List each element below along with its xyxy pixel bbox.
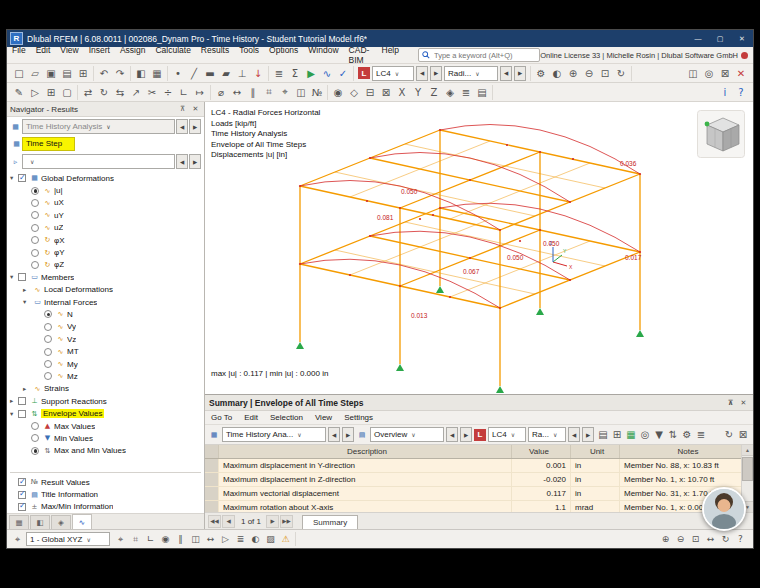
- run-calculation-icon[interactable]: ▶: [303, 66, 319, 81]
- tree-control[interactable]: [31, 211, 39, 219]
- summary-menu-item[interactable]: Selection: [264, 413, 309, 422]
- load-case-next-button[interactable]: ▶: [430, 66, 442, 81]
- last-page-button[interactable]: ▶▶: [280, 515, 293, 528]
- divide-icon[interactable]: ÷: [160, 85, 176, 100]
- layer-manager-icon[interactable]: ≣: [233, 533, 248, 546]
- tree-row[interactable]: ⊥ Support Reactions: [7, 395, 204, 407]
- tree-row[interactable]: ∿ uZ: [7, 222, 204, 234]
- expander-icon[interactable]: [10, 174, 18, 182]
- render-toggle-icon[interactable]: ◐: [248, 533, 263, 546]
- menu-item[interactable]: Insert: [84, 45, 115, 65]
- table-next-button[interactable]: ▶: [342, 427, 354, 442]
- view-select[interactable]: Overview∨: [370, 427, 444, 442]
- expander-icon[interactable]: [23, 385, 31, 393]
- tree-row[interactable]: ∿ N: [7, 308, 204, 320]
- zoom-all-icon[interactable]: ⊡: [597, 66, 613, 81]
- coordinate-system-select[interactable]: 1 - Global XYZ∨: [26, 532, 110, 546]
- tree-row[interactable]: ↻ φY: [7, 246, 204, 258]
- tab-summary[interactable]: Summary: [302, 515, 358, 529]
- tree-row[interactable]: ↻ φZ: [7, 259, 204, 271]
- summary-lc-select[interactable]: LC4∨: [488, 427, 526, 442]
- dimension-toggle-icon[interactable]: ↔: [203, 533, 218, 546]
- isometric-view-icon[interactable]: ◈: [442, 85, 458, 100]
- display-option-row[interactable]: ▤ Title Information: [7, 488, 204, 500]
- views-navigator-tab[interactable]: ◈: [51, 515, 71, 529]
- tree-control[interactable]: [44, 335, 52, 343]
- zoom-in-status-icon[interactable]: ⊕: [658, 533, 673, 546]
- tables-toggle-icon[interactable]: ▦: [149, 66, 165, 81]
- print-icon[interactable]: ▤: [59, 66, 75, 81]
- summary-menu-item[interactable]: Edit: [238, 413, 264, 422]
- summary-menu-item[interactable]: View: [309, 413, 338, 422]
- table-columns-icon[interactable]: ≣: [694, 427, 708, 442]
- tree-row[interactable]: ▼ Min Values: [7, 432, 204, 444]
- option-checkbox[interactable]: [18, 478, 26, 486]
- zoom-out-icon[interactable]: ⊖: [581, 66, 597, 81]
- column-value[interactable]: Value: [512, 445, 571, 458]
- tree-row[interactable]: ▦ Global Deformations: [7, 172, 204, 184]
- new-view-icon[interactable]: ◫: [685, 66, 701, 81]
- graphics-viewport[interactable]: LC4 - Radial Forces HorizontalLoads [kip…: [205, 102, 753, 394]
- rotate-view-icon[interactable]: ↻: [613, 66, 629, 81]
- rotate-icon[interactable]: ↻: [96, 85, 112, 100]
- open-model-icon[interactable]: ▱: [27, 66, 43, 81]
- ortho-toggle-icon[interactable]: ∟: [143, 533, 158, 546]
- menu-item[interactable]: Tools: [234, 45, 264, 65]
- summary-lc-sub-select[interactable]: Ra...∨: [528, 427, 566, 442]
- table-row[interactable]: Maximum rotation about X-axis 1.1 mrad M…: [205, 501, 753, 512]
- tree-row[interactable]: ▲ Max Values: [7, 420, 204, 432]
- work-plane-icon[interactable]: ◫: [293, 85, 309, 100]
- menu-item[interactable]: Results: [196, 45, 234, 65]
- menu-item[interactable]: View: [55, 45, 83, 65]
- summary-close-icon[interactable]: ✕: [738, 399, 749, 407]
- tree-row[interactable]: ▭ Internal Forces: [7, 296, 204, 308]
- insert-surface-icon[interactable]: ▰: [218, 66, 234, 81]
- object-snap-toggle-icon[interactable]: ◉: [158, 533, 173, 546]
- insert-line-icon[interactable]: ╱: [186, 66, 202, 81]
- background-toggle-icon[interactable]: ▨: [263, 533, 278, 546]
- grid-toggle-icon[interactable]: ⌗: [128, 533, 143, 546]
- summary-lc-prev-button[interactable]: ◀: [568, 427, 580, 442]
- expander-icon[interactable]: [23, 298, 31, 306]
- expander-icon[interactable]: [23, 286, 31, 294]
- copy-graphic-icon[interactable]: ⊞: [75, 66, 91, 81]
- table-find-icon[interactable]: ◎: [638, 427, 652, 442]
- table-select[interactable]: Time History Ana...∨: [222, 427, 326, 442]
- tree-row[interactable]: ∿ uX: [7, 197, 204, 209]
- result-values-icon[interactable]: ✓: [335, 66, 351, 81]
- measure-icon[interactable]: ⌀: [213, 85, 229, 100]
- tree-row[interactable]: ∿ Local Deformations: [7, 284, 204, 296]
- save-model-icon[interactable]: ▣: [43, 66, 59, 81]
- insert-node-icon[interactable]: •: [170, 66, 186, 81]
- option-checkbox[interactable]: [18, 503, 26, 511]
- table-copy-icon[interactable]: ⊞: [610, 427, 624, 442]
- select-icon[interactable]: ▷: [27, 85, 43, 100]
- load-cases-icon[interactable]: ≣: [271, 66, 287, 81]
- step-prev-button[interactable]: ◀: [176, 154, 188, 169]
- guidelines-icon[interactable]: ∥: [245, 85, 261, 100]
- results-navigator-tab[interactable]: ∿: [72, 514, 92, 529]
- analysis-select[interactable]: Time History Analysis∨: [22, 119, 175, 134]
- tree-control[interactable]: [18, 174, 26, 182]
- view-prev-button[interactable]: ◀: [446, 427, 458, 442]
- navigator-toggle-icon[interactable]: ◧: [133, 66, 149, 81]
- scroll-thumb[interactable]: [742, 457, 753, 481]
- menu-item[interactable]: File: [7, 45, 31, 65]
- edit-mode-icon[interactable]: ✎: [11, 85, 27, 100]
- undo-icon[interactable]: ↶: [96, 66, 112, 81]
- selection-filter-icon[interactable]: ▷: [218, 533, 233, 546]
- search-box[interactable]: [418, 48, 540, 62]
- search-input[interactable]: [432, 50, 536, 61]
- support-chat-avatar[interactable]: [702, 487, 746, 531]
- column-unit[interactable]: Unit: [571, 445, 620, 458]
- clipping-box-icon[interactable]: ⊠: [378, 85, 394, 100]
- tree-control[interactable]: [31, 224, 39, 232]
- column-notes[interactable]: Notes: [620, 445, 753, 458]
- summary-lc-next-button[interactable]: ▶: [582, 427, 594, 442]
- maximize-button[interactable]: ▢: [709, 30, 731, 47]
- tree-row[interactable]: ∿ MT: [7, 345, 204, 357]
- numbering-icon[interactable]: №: [309, 85, 325, 100]
- tree-control[interactable]: [31, 261, 39, 269]
- camera-icon[interactable]: ◎: [701, 66, 717, 81]
- expander-icon[interactable]: [10, 397, 18, 405]
